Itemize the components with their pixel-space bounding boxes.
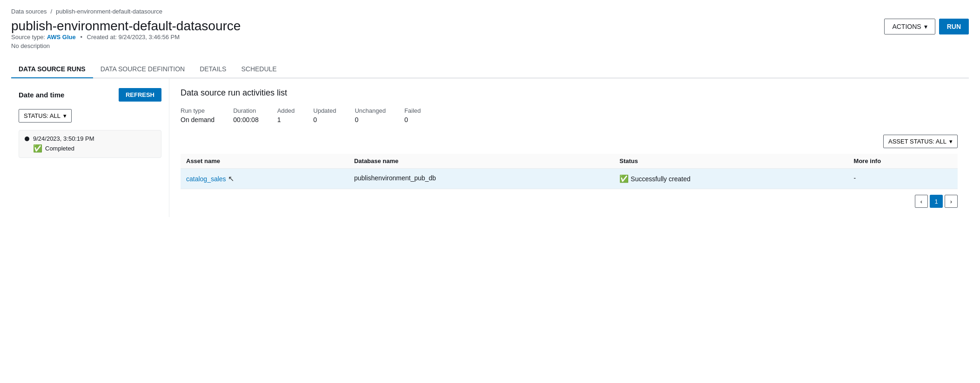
tab-data-source-definition[interactable]: DATA SOURCE DEFINITION (93, 61, 193, 78)
tab-data-source-runs[interactable]: DATA SOURCE RUNS (11, 61, 93, 78)
page-title: publish-environment-default-datasource (11, 19, 241, 34)
assets-table: Asset name Database name Status More inf… (181, 154, 958, 189)
stat-added-label: Added (277, 107, 295, 114)
actions-button-label: ACTIONS (892, 23, 921, 30)
status-filter-chevron-icon: ▾ (63, 112, 67, 119)
breadcrumb: Data sources / publish-environment-defau… (11, 7, 969, 15)
stat-updated-label: Updated (313, 107, 336, 114)
stat-updated: Updated 0 (313, 107, 336, 123)
stat-failed: Failed 0 (404, 107, 421, 123)
stat-added-value: 1 (277, 116, 295, 123)
cursor-icon: ↖ (228, 174, 234, 183)
stat-run-type: Run type On demand (181, 107, 215, 123)
source-type-value: AWS Glue (47, 34, 76, 41)
col-header-more-info: More info (848, 154, 958, 169)
table-row: catalog_sales ↖ publishenvironment_pub_d… (181, 169, 958, 189)
stat-failed-value: 0 (404, 116, 421, 123)
run-timestamp: 9/24/2023, 3:50:19 PM (33, 135, 94, 142)
status-success-text: Successfully created (631, 175, 690, 183)
status-success-icon: ✅ (619, 174, 629, 183)
run-status-dot (25, 137, 29, 141)
stat-run-type-value: On demand (181, 116, 215, 123)
run-button[interactable]: RUN (939, 19, 969, 34)
cell-asset-name: catalog_sales ↖ (181, 169, 349, 189)
asset-name-link[interactable]: catalog_sales (186, 175, 226, 183)
refresh-button[interactable]: REFRESH (119, 88, 161, 102)
source-type-label: Source type: (11, 34, 45, 41)
actions-button[interactable]: ACTIONS ▾ (884, 19, 935, 34)
stat-duration-label: Duration (233, 107, 259, 114)
col-header-database-name: Database name (349, 154, 614, 169)
stat-run-type-label: Run type (181, 107, 215, 114)
meta-separator: • (80, 34, 82, 41)
activities-title: Data source run activities list (181, 88, 958, 98)
tabs-bar: DATA SOURCE RUNS DATA SOURCE DEFINITION … (11, 61, 969, 78)
page-description: No description (11, 42, 241, 49)
status-filter-dropdown[interactable]: STATUS: ALL ▾ (19, 109, 72, 123)
tab-details[interactable]: DETAILS (192, 61, 234, 78)
asset-status-filter-label: ASSET STATUS: ALL (888, 138, 946, 145)
stat-updated-value: 0 (313, 116, 336, 123)
created-value: 9/24/2023, 3:46:56 PM (119, 34, 180, 41)
asset-status-filter-dropdown[interactable]: ASSET STATUS: ALL ▾ (883, 135, 958, 148)
sidebar-title: Date and time (19, 91, 64, 99)
main-content: Data source run activities list Run type… (169, 79, 969, 217)
sidebar: Date and time REFRESH STATUS: ALL ▾ 9/24… (11, 79, 169, 217)
asset-status-filter-chevron-icon: ▾ (949, 138, 953, 145)
stat-duration-value: 00:00:08 (233, 116, 259, 123)
pagination: ‹ 1 › (181, 195, 958, 208)
actions-chevron-icon: ▾ (924, 23, 927, 30)
run-item[interactable]: 9/24/2023, 3:50:19 PM ✅ Completed (19, 130, 161, 158)
stat-failed-label: Failed (404, 107, 421, 114)
breadcrumb-separator: / (50, 8, 52, 15)
run-stats: Run type On demand Duration 00:00:08 Add… (181, 107, 958, 123)
pagination-page-1-button[interactable]: 1 (930, 195, 943, 208)
stat-unchanged-label: Unchanged (355, 107, 386, 114)
created-label: Created at: (87, 34, 117, 41)
pagination-prev-button[interactable]: ‹ (915, 195, 928, 208)
run-status-label: Completed (45, 145, 74, 152)
status-filter-label: STATUS: ALL (24, 112, 60, 119)
table-toolbar: ASSET STATUS: ALL ▾ (181, 135, 958, 148)
cell-more-info: - (848, 169, 958, 189)
breadcrumb-current: publish-environment-default-datasource (56, 8, 162, 15)
stat-duration: Duration 00:00:08 (233, 107, 259, 123)
stat-added: Added 1 (277, 107, 295, 123)
cell-status: ✅ Successfully created (614, 169, 848, 189)
pagination-next-button[interactable]: › (945, 195, 958, 208)
source-meta: Source type: AWS Glue • Created at: 9/24… (11, 34, 241, 41)
breadcrumb-parent-link[interactable]: Data sources (11, 8, 47, 15)
col-header-asset-name: Asset name (181, 154, 349, 169)
tab-schedule[interactable]: SCHEDULE (234, 61, 284, 78)
stat-unchanged-value: 0 (355, 116, 386, 123)
col-header-status: Status (614, 154, 848, 169)
stat-unchanged: Unchanged 0 (355, 107, 386, 123)
run-completed-icon: ✅ (33, 144, 42, 153)
cell-database-name: publishenvironment_pub_db (349, 169, 614, 189)
